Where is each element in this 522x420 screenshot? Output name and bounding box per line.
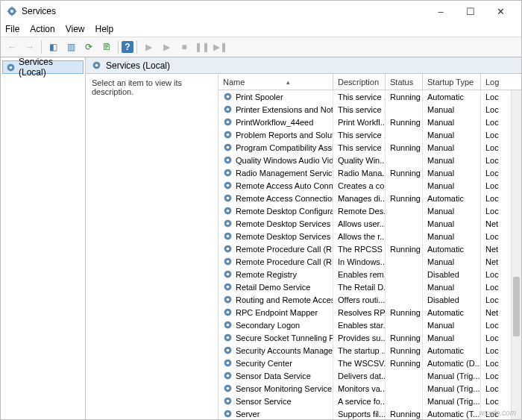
service-name: Remote Desktop Services bbox=[236, 219, 330, 228]
cell-name: Remote Desktop Services U... bbox=[218, 230, 333, 242]
svg-point-47 bbox=[227, 349, 230, 352]
list-row[interactable]: Radio Management ServiceRadio Mana...Run… bbox=[218, 166, 521, 179]
menu-help[interactable]: Help bbox=[95, 24, 114, 34]
list-row[interactable]: Secondary LogonEnables star...ManualLoc bbox=[218, 319, 521, 331]
list-row[interactable]: Remote Desktop Configurat...Remote Des..… bbox=[218, 204, 521, 217]
layout-button[interactable]: ▥ bbox=[63, 39, 79, 55]
cell-status: Running bbox=[386, 344, 423, 357]
cell-log-on-as: Loc bbox=[481, 116, 503, 128]
back-button[interactable]: ← bbox=[4, 39, 20, 55]
cell-status bbox=[386, 255, 423, 268]
list-row[interactable]: Program Compatibility Assi...This servic… bbox=[218, 141, 521, 154]
gear-icon bbox=[223, 396, 233, 406]
column-header-log-on-as[interactable]: Log bbox=[481, 74, 503, 90]
service-name: RPC Endpoint Mapper bbox=[236, 308, 318, 317]
list-row[interactable]: Remote Desktop ServicesAllows user...Man… bbox=[218, 217, 521, 230]
cell-status bbox=[386, 128, 423, 141]
svg-point-27 bbox=[227, 222, 230, 225]
cell-name: Secondary Logon bbox=[218, 319, 333, 331]
titlebar: Services – ☐ ✕ bbox=[1, 1, 521, 22]
list-row[interactable]: Security CenterThe WSCSV...RunningAutoma… bbox=[218, 357, 521, 369]
gear-icon bbox=[223, 117, 233, 127]
list-row[interactable]: Print SpoolerThis service ...RunningAuto… bbox=[218, 90, 521, 103]
service-name: Quality Windows Audio Vid... bbox=[236, 156, 333, 165]
list-row[interactable]: Remote RegistryEnables rem...DisabledLoc bbox=[218, 268, 521, 280]
svg-point-1 bbox=[10, 10, 13, 13]
cell-description: Creates a co... bbox=[333, 179, 386, 192]
restart-service-button[interactable]: ▶❚ bbox=[212, 39, 228, 55]
show-hide-tree-button[interactable]: ◧ bbox=[45, 39, 61, 55]
list-row[interactable]: ServerSupports fil...RunningAutomatic (T… bbox=[218, 407, 521, 419]
list-row[interactable]: Sensor Data ServiceDelivers dat...Manual… bbox=[218, 369, 521, 382]
cell-status: Running bbox=[386, 357, 423, 369]
list-row[interactable]: PrintWorkflow_44eedPrint Workfl...Runnin… bbox=[218, 116, 521, 128]
column-header-description[interactable]: Description bbox=[333, 74, 386, 90]
gear-icon bbox=[223, 168, 233, 178]
list-row[interactable]: Retail Demo ServiceThe Retail D...Manual… bbox=[218, 280, 521, 293]
close-button[interactable]: ✕ bbox=[485, 1, 515, 22]
cell-description: The WSCSV... bbox=[333, 357, 386, 369]
cell-log-on-as: Loc bbox=[481, 103, 503, 116]
cell-status bbox=[386, 179, 423, 192]
refresh-button[interactable]: ⟳ bbox=[81, 39, 97, 55]
stop-service-button[interactable]: ■ bbox=[176, 39, 192, 55]
gear-icon bbox=[6, 63, 16, 72]
list-row[interactable]: RPC Endpoint MapperResolves RP...Running… bbox=[218, 306, 521, 319]
main-pane: Services (Local) Select an item to view … bbox=[86, 57, 521, 419]
cell-startup-type: Manual (Trig... bbox=[423, 395, 481, 407]
help-button[interactable]: ? bbox=[122, 41, 133, 53]
scrollbar-thumb[interactable] bbox=[513, 277, 520, 336]
list-row[interactable]: Problem Reports and Soluti...This servic… bbox=[218, 128, 521, 141]
column-header-status[interactable]: Status bbox=[386, 74, 423, 90]
column-header-startup-type[interactable]: Startup Type bbox=[423, 74, 481, 90]
scrollbar[interactable] bbox=[511, 90, 521, 419]
list-row[interactable]: Routing and Remote AccessOffers routi...… bbox=[218, 293, 521, 306]
list-row[interactable]: Secure Socket Tunneling Pr...Provides su… bbox=[218, 331, 521, 344]
gear-icon bbox=[223, 333, 233, 342]
cell-description: Provides su... bbox=[333, 331, 386, 344]
description-pane: Select an item to view its description. bbox=[86, 74, 218, 419]
list-row[interactable]: Remote Procedure Call (RPC)The RPCSS ...… bbox=[218, 242, 521, 255]
forward-button[interactable]: → bbox=[22, 39, 38, 55]
gear-icon bbox=[223, 181, 233, 190]
maximize-button[interactable]: ☐ bbox=[456, 1, 485, 22]
cell-startup-type: Automatic (D... bbox=[423, 357, 481, 369]
gear-icon bbox=[223, 282, 233, 292]
list-row[interactable]: Remote Desktop Services U...Allows the r… bbox=[218, 230, 521, 242]
menu-file[interactable]: File bbox=[5, 24, 19, 34]
tree-item-services-local[interactable]: Services (Local) bbox=[2, 60, 84, 74]
cell-name: Security Center bbox=[218, 357, 333, 369]
cell-description: Enables rem... bbox=[333, 268, 386, 280]
cell-startup-type: Manual bbox=[423, 179, 481, 192]
gear-icon bbox=[92, 60, 101, 70]
cell-log-on-as: Net bbox=[481, 306, 503, 319]
list-body[interactable]: Print SpoolerThis service ...RunningAuto… bbox=[218, 90, 521, 419]
list-row[interactable]: Remote Access Connection...Manages di...… bbox=[218, 192, 521, 204]
minimize-button[interactable]: – bbox=[426, 1, 456, 22]
service-name: Remote Desktop Services U... bbox=[236, 232, 333, 241]
export-list-button[interactable]: 🖹 bbox=[98, 39, 115, 55]
cell-name: RPC Endpoint Mapper bbox=[218, 306, 333, 319]
list-row[interactable]: Quality Windows Audio Vid...Quality Win.… bbox=[218, 154, 521, 166]
column-header-name[interactable]: Name ▴ bbox=[218, 74, 333, 90]
cell-log-on-as: Loc bbox=[481, 331, 503, 344]
cell-name: Quality Windows Audio Vid... bbox=[218, 154, 333, 166]
gear-icon bbox=[223, 320, 233, 330]
play-button[interactable]: ▶ bbox=[158, 39, 174, 55]
cell-description: Allows the r... bbox=[333, 230, 386, 242]
pause-service-button[interactable]: ❚❚ bbox=[194, 39, 210, 55]
list-row[interactable]: Remote Procedure Call (RP...In Windows..… bbox=[218, 255, 521, 268]
svg-point-55 bbox=[227, 400, 230, 403]
menu-action[interactable]: Action bbox=[30, 24, 54, 34]
cell-log-on-as: Net bbox=[481, 242, 503, 255]
start-service-button[interactable]: ▶ bbox=[140, 39, 157, 55]
list-row[interactable]: Security Accounts ManagerThe startup ...… bbox=[218, 344, 521, 357]
gear-icon bbox=[223, 142, 233, 152]
list-row[interactable]: Sensor Monitoring ServiceMonitors va...M… bbox=[218, 382, 521, 395]
menu-view[interactable]: View bbox=[66, 24, 85, 34]
list-row[interactable]: Sensor ServiceA service fo...Manual (Tri… bbox=[218, 395, 521, 407]
list-row[interactable]: Printer Extensions and Notif...This serv… bbox=[218, 103, 521, 116]
list-row[interactable]: Remote Access Auto Conne...Creates a co.… bbox=[218, 179, 521, 192]
cell-description: In Windows... bbox=[333, 255, 386, 268]
description-prompt: Select an item to view its description. bbox=[92, 78, 182, 96]
